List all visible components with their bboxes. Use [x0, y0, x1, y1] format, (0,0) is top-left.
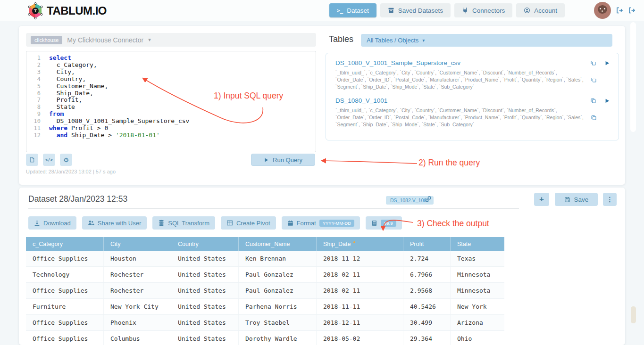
- grid-header-cell[interactable]: City: [104, 237, 171, 251]
- nav-account-button[interactable]: Account: [516, 3, 565, 17]
- nav-connectors-label: Connectors: [472, 7, 505, 14]
- table-cell: Columbus: [104, 331, 171, 345]
- more-options-button[interactable]: ⋮: [603, 193, 617, 206]
- logout-alt-icon[interactable]: [628, 7, 636, 14]
- play-icon[interactable]: [604, 60, 610, 66]
- grid-header-cell[interactable]: Profit: [403, 237, 451, 251]
- grid-header-cell[interactable]: Customer_Name: [239, 237, 317, 251]
- tables-title: Tables: [329, 34, 353, 44]
- file-icon: [29, 156, 35, 163]
- add-button[interactable]: +: [534, 193, 549, 206]
- calculator-icon: [371, 220, 377, 226]
- table-row: Office SuppliesHoustonUnited StatesKen B…: [26, 251, 504, 267]
- share-button[interactable]: Share with User: [82, 216, 147, 230]
- table-cell: Minnesota: [451, 283, 504, 298]
- table-cell: 2.724: [403, 251, 451, 266]
- result-grid: c_CategoryCityCountryCustomer_NameShip_D…: [26, 237, 504, 345]
- copy-columns-icon[interactable]: [591, 77, 597, 83]
- decimal-format-button[interactable]: 99.9: [366, 216, 402, 230]
- nav-saved-datasets-button[interactable]: Saved Datasets: [380, 3, 451, 17]
- copy-icon[interactable]: [590, 98, 596, 104]
- table-cell: Ohio: [451, 331, 504, 345]
- share-label: Share with User: [98, 220, 141, 227]
- table-list-item: DS_1080_V_1001 `_tblm_uuid_`, `c_Categor…: [335, 97, 610, 128]
- avatar[interactable]: [594, 2, 611, 19]
- copy-columns-icon[interactable]: [591, 115, 597, 121]
- table-cell: 2018-05-02: [317, 331, 403, 345]
- nav-saved-datasets-label: Saved Datasets: [398, 7, 443, 14]
- play-icon[interactable]: [604, 98, 610, 104]
- table-link[interactable]: DS_1080_V_1001_Sample_Superstore_csv: [335, 59, 590, 66]
- sort-marker-icon: [353, 241, 355, 243]
- settings-button[interactable]: ⚙: [60, 154, 72, 166]
- nav-dataset-label: Dataset: [347, 7, 369, 14]
- new-query-button[interactable]: [26, 154, 38, 166]
- download-button[interactable]: Download: [28, 216, 76, 230]
- table-cell: United States: [171, 331, 239, 345]
- download-icon: [34, 220, 40, 226]
- table-cell: Houston: [104, 251, 171, 266]
- table-cell: 2018-02-11: [317, 283, 403, 298]
- chevron-down-icon: ▾: [148, 37, 151, 43]
- account-icon: [524, 7, 530, 14]
- nav-account-label: Account: [534, 7, 557, 14]
- save-icon: [564, 197, 570, 203]
- table-cell: 2018-02-11: [317, 267, 403, 282]
- sql-code[interactable]: select c_Category, City, Country, Custom…: [44, 51, 316, 152]
- table-cell: Office Supplies: [26, 251, 104, 266]
- table-cell: United States: [171, 299, 239, 314]
- save-button[interactable]: Save: [555, 193, 598, 206]
- connector-select[interactable]: clickhouse My ClickHouse Connector ▾: [26, 33, 316, 47]
- nav-connectors-button[interactable]: Connectors: [454, 3, 512, 17]
- tables-filter-label: All Tables / Objects: [367, 37, 418, 44]
- page-scrollbar-thumb[interactable]: [631, 306, 636, 323]
- app-root: T TABLUM.IO >_ Dataset Saved Datasets: [0, 0, 644, 345]
- connector-name: My ClickHouse Connector: [67, 36, 143, 44]
- database-icon: [158, 220, 165, 226]
- table-cell: Furniture: [26, 299, 104, 314]
- table-cell: 2018-11-11: [317, 299, 403, 314]
- link-icon[interactable]: [425, 196, 432, 203]
- table-link[interactable]: DS_1080_V_1001: [335, 97, 590, 104]
- nav-dataset-button[interactable]: >_ Dataset: [329, 3, 376, 17]
- grid-header-cell[interactable]: Ship_Date: [317, 237, 403, 251]
- sql-transform-button[interactable]: SQL Transform: [152, 216, 215, 230]
- table-cell: New York City: [104, 299, 171, 314]
- table-cell: United States: [171, 283, 239, 298]
- code-button[interactable]: </>: [43, 154, 55, 166]
- brand-logo[interactable]: T TABLUM.IO: [27, 2, 107, 19]
- table-cell: 2018-11-12: [317, 251, 403, 266]
- run-query-button[interactable]: Run Query: [251, 154, 315, 166]
- play-icon: [264, 157, 269, 163]
- gear-icon: ⚙: [63, 156, 69, 164]
- table-row: Office SuppliesColumbusUnited StatesDoro…: [26, 331, 504, 345]
- grid-header-cell[interactable]: c_Category: [26, 237, 104, 251]
- tables-filter-select[interactable]: All Tables / Objects ▾: [361, 34, 612, 47]
- copy-icon[interactable]: [590, 60, 596, 66]
- create-pivot-button[interactable]: Create Pivot: [221, 216, 276, 230]
- table-cell: United States: [171, 267, 239, 282]
- table-row: FurnitureNew York CityUnited StatesParhe…: [26, 299, 504, 315]
- format-button[interactable]: Format YYYY-MM-DD: [282, 216, 360, 230]
- grid-header-cell[interactable]: State: [451, 237, 504, 251]
- nav-group: >_ Dataset Saved Datasets Connectors Acc…: [329, 3, 565, 17]
- decimal-pattern-badge: 99.9: [381, 220, 396, 227]
- table-cell: Arizona: [451, 315, 504, 330]
- table-cell: Troy Staebel: [239, 315, 317, 330]
- table-cell: Paul Gonzalez: [239, 267, 317, 282]
- grid-body: Office SuppliesHoustonUnited StatesKen B…: [26, 251, 504, 345]
- logout-icon[interactable]: [616, 7, 623, 14]
- table-columns: `_tblm_uuid_`, `c_Category`, `City`, `Co…: [335, 107, 591, 128]
- svg-text:T: T: [34, 8, 37, 13]
- sql-editor[interactable]: 123456789101112 select c_Category, City,…: [26, 51, 316, 152]
- archive-icon: [388, 7, 394, 14]
- table-cell: Rochester: [104, 267, 171, 282]
- table-row: TechnologyRochesterUnited StatesPaul Gon…: [26, 267, 504, 283]
- table-row: Office SuppliesPhoenixUnited StatesTroy …: [26, 315, 504, 331]
- grid-header-cell[interactable]: Country: [171, 237, 239, 251]
- code-icon: </>: [45, 157, 53, 162]
- users-icon: [88, 220, 94, 226]
- download-label: Download: [43, 220, 71, 227]
- editor-buttons: </> ⚙: [26, 154, 72, 166]
- sql-gutter: 123456789101112: [26, 51, 44, 152]
